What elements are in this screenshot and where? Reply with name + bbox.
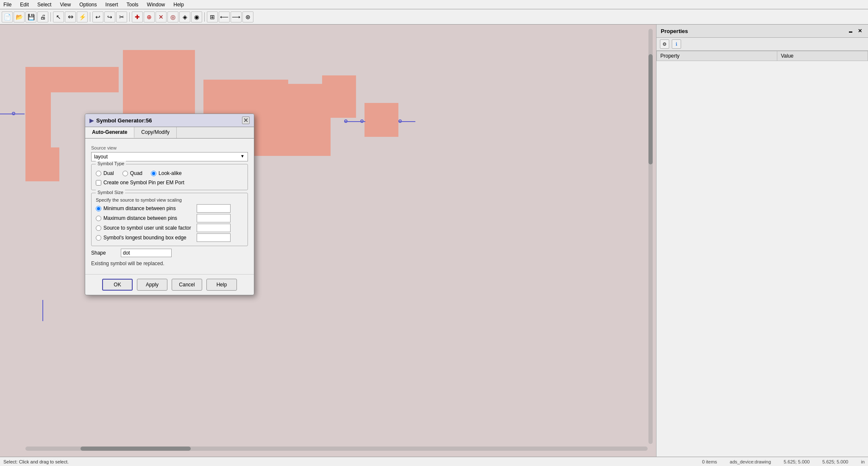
- col-value: Value: [777, 51, 868, 61]
- sep3: [129, 12, 130, 22]
- panel-close-icon[interactable]: ✕: [856, 27, 864, 35]
- panel-info-button[interactable]: ℹ: [672, 39, 681, 49]
- label-scale-factor: Source to symbol user unit scale factor: [103, 225, 197, 231]
- pin-dot-left: [12, 112, 15, 115]
- open-button[interactable]: 📂: [14, 11, 25, 22]
- apply-button[interactable]: Apply: [137, 279, 167, 291]
- panel-toolbar: ⚙ ℹ: [657, 38, 868, 51]
- properties-panel-header: Properties 🗕 ✕: [657, 25, 868, 38]
- undo-button[interactable]: ↩: [92, 11, 103, 22]
- symbol-type-group: Symbol Type Dual Quad Look-alike: [91, 164, 248, 190]
- shape-7: [254, 80, 288, 156]
- arrow-left-button[interactable]: ⟵: [219, 11, 230, 22]
- radio-quad-label: Quad: [130, 170, 142, 176]
- radio-scale-factor[interactable]: [96, 225, 101, 231]
- statusbar-right: 0 items ads_device:drawing 5.625; 5.000 …: [702, 459, 865, 464]
- status-message: Select: Click and drag to select.: [3, 459, 69, 464]
- scissors-button[interactable]: ✂: [116, 11, 127, 22]
- items-count: 0 items: [702, 459, 717, 464]
- create-pin-label: Create one Symbol Pin per EM Port: [103, 180, 184, 186]
- symbol-size-label: Symbol Size: [96, 190, 125, 195]
- menu-edit[interactable]: Edit: [18, 1, 31, 8]
- properties-panel: Properties 🗕 ✕ ⚙ ℹ Property Value: [656, 25, 868, 457]
- save-button[interactable]: 💾: [25, 11, 36, 22]
- replace-notice: Existing symbol will be replaced.: [91, 261, 248, 266]
- cancel-button[interactable]: Cancel: [172, 279, 202, 291]
- menu-options[interactable]: Options: [78, 1, 98, 8]
- radio-lookalike-label: Look-alike: [159, 170, 182, 176]
- menubar: File Edit Select View Options Insert Too…: [0, 0, 868, 9]
- dialog-close-button[interactable]: ✕: [242, 116, 250, 124]
- radio-quad-row: Quad: [122, 170, 142, 176]
- delete-button[interactable]: ✕: [156, 11, 167, 22]
- new-button[interactable]: 📄: [2, 11, 13, 22]
- dialog-title-text: Symbol Generator:56: [96, 117, 152, 124]
- size-row-0: Minimum distance between pins 1: [96, 204, 243, 213]
- pin-marker: [42, 300, 43, 321]
- unit: in: [861, 459, 865, 464]
- add2-button[interactable]: ⊕: [144, 11, 155, 22]
- panel-minimize-icon[interactable]: 🗕: [847, 27, 854, 35]
- grid-button[interactable]: ⊞: [207, 11, 218, 22]
- input-scale-factor[interactable]: 1: [197, 224, 231, 232]
- radio-max-dist[interactable]: [96, 216, 101, 221]
- menu-tools[interactable]: Tools: [125, 1, 140, 8]
- pin2-button[interactable]: ◉: [191, 11, 202, 22]
- canvas-area[interactable]: ▶ Symbol Generator:56 ✕ Auto-Generate Co…: [0, 25, 656, 457]
- redo-button[interactable]: ↪: [104, 11, 115, 22]
- input-longest-edge[interactable]: 10: [197, 233, 231, 242]
- source-view-label: Source view: [91, 145, 248, 150]
- tab-auto-generate[interactable]: Auto-Generate: [85, 127, 134, 138]
- label-longest-edge: Symbol's longest bounding box edge: [103, 235, 197, 241]
- ok-button[interactable]: OK: [102, 279, 133, 291]
- radio-dual-label: Dual: [103, 170, 114, 176]
- help-button[interactable]: Help: [206, 279, 237, 291]
- add-button[interactable]: ✚: [132, 11, 143, 22]
- radio-dual[interactable]: [96, 171, 101, 176]
- sym-button[interactable]: ⊛: [242, 11, 253, 22]
- radio-dual-row: Dual: [96, 170, 114, 176]
- move-button[interactable]: ⇔: [65, 11, 76, 22]
- menu-select[interactable]: Select: [36, 1, 53, 8]
- radio-min-dist[interactable]: [96, 206, 101, 211]
- pin-dot-right2: [360, 119, 364, 123]
- pin-button[interactable]: ◈: [179, 11, 190, 22]
- main-area: ▶ Symbol Generator:56 ✕ Auto-Generate Co…: [0, 25, 868, 457]
- label-min-dist: Minimum distance between pins: [103, 205, 197, 211]
- radio-lookalike[interactable]: [151, 171, 156, 176]
- radio-lookalike-row: Look-alike: [151, 170, 182, 176]
- create-pin-checkbox[interactable]: [96, 180, 101, 186]
- properties-title: Properties: [661, 28, 688, 34]
- menu-window[interactable]: Window: [145, 1, 167, 8]
- print-button[interactable]: 🖨: [37, 11, 48, 22]
- wire-button[interactable]: ⚡: [77, 11, 88, 22]
- vertical-scrollbar[interactable]: [648, 29, 653, 444]
- menu-file[interactable]: File: [2, 1, 13, 8]
- source-view-dropdown[interactable]: layout schematic: [91, 152, 248, 161]
- horizontal-scrollbar[interactable]: [25, 447, 648, 451]
- shape-dropdown[interactable]: dot square diamond: [121, 249, 172, 257]
- radio-longest-edge[interactable]: [96, 235, 101, 241]
- col-property: Property: [657, 51, 777, 61]
- arrow-right-button[interactable]: ⟶: [231, 11, 242, 22]
- specify-label: Specify the source to symbol view scalin…: [96, 197, 243, 202]
- dialog-tabs: Auto-Generate Copy/Modify: [85, 127, 254, 139]
- select-button[interactable]: ↖: [53, 11, 64, 22]
- menu-view[interactable]: View: [58, 1, 72, 8]
- circle-button[interactable]: ◎: [167, 11, 178, 22]
- horizontal-scrollbar-thumb[interactable]: [81, 447, 191, 451]
- menu-insert[interactable]: Insert: [104, 1, 120, 8]
- label-max-dist: Maximum distance between pins: [103, 215, 197, 221]
- coord2: 5.625; 5.000: [822, 459, 848, 464]
- vertical-scrollbar-thumb[interactable]: [648, 54, 653, 164]
- radio-quad[interactable]: [122, 171, 128, 176]
- menu-help[interactable]: Help: [172, 1, 186, 8]
- dialog-title-bar[interactable]: ▶ Symbol Generator:56 ✕: [85, 114, 254, 127]
- sep1: [50, 12, 51, 22]
- shape-row: Shape dot square diamond: [91, 249, 248, 257]
- input-min-dist[interactable]: 1: [197, 204, 231, 213]
- input-max-dist[interactable]: 1: [197, 214, 231, 222]
- tab-copy-modify[interactable]: Copy/Modify: [134, 127, 177, 138]
- size-row-1: Maximum distance between pins 1: [96, 214, 243, 222]
- panel-settings-button[interactable]: ⚙: [660, 39, 669, 49]
